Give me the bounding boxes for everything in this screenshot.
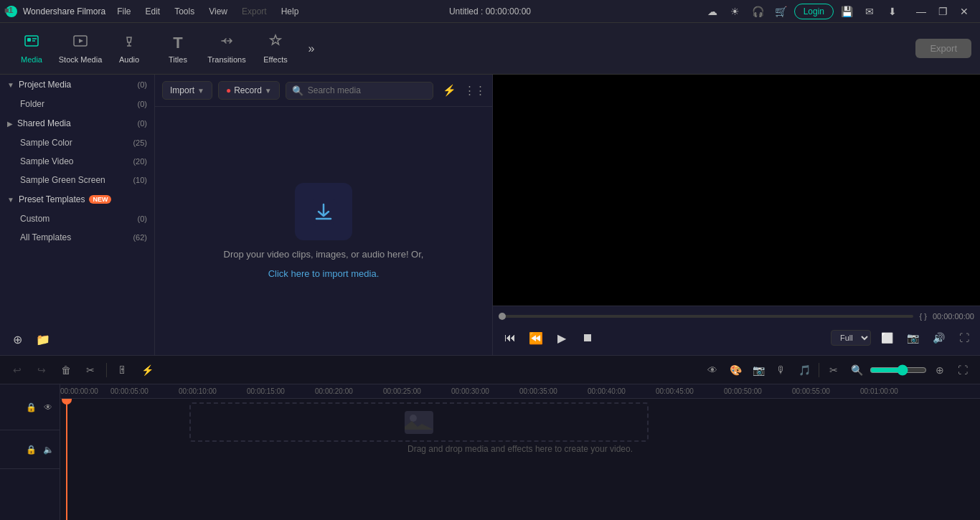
close-button[interactable]: ✕	[954, 1, 974, 22]
media-panel: Import ▼ ● Record ▼ 🔍 ⚡ ⋮⋮	[155, 75, 492, 355]
cursor-head	[62, 399, 72, 405]
scrubber-bar[interactable]	[499, 315, 913, 318]
app-name: Wondershare Filmora	[23, 6, 105, 16]
sidebar-bottom-buttons: ⊕ 📁	[0, 323, 155, 355]
cloud-icon[interactable]: ☁	[702, 1, 722, 22]
zoom-slider[interactable]	[870, 364, 927, 376]
sidebar-item-folder[interactable]: Folder (0)	[0, 95, 154, 113]
add-folder-button[interactable]: ⊕	[7, 329, 27, 349]
save-icon[interactable]: 💾	[837, 1, 857, 22]
stop-button[interactable]: ⏹	[576, 326, 599, 349]
music-button[interactable]: 🎵	[794, 360, 814, 380]
quality-select[interactable]: Full 1/2 1/4	[831, 330, 871, 346]
custom-count: (0)	[138, 214, 147, 223]
play-button[interactable]: ▶	[550, 326, 573, 349]
track-lock-2[interactable]: 🔒	[24, 443, 38, 457]
skip-back-button[interactable]: ⏮	[499, 326, 522, 349]
custom-label: Custom	[20, 214, 50, 224]
sample-video-label: Sample Video	[20, 156, 74, 166]
export-button[interactable]: Export	[915, 39, 971, 58]
zoom-out-button[interactable]: 🔍	[847, 360, 867, 380]
color-correction-button[interactable]: 🎨	[725, 360, 745, 380]
ruler-mark-30: 00:00:30:00	[451, 387, 489, 395]
tc-brackets-open: { }	[919, 312, 926, 321]
menu-export[interactable]: Export	[236, 5, 273, 18]
timecode-display: 00:00:00:00	[933, 312, 974, 321]
sidebar-item-all-templates[interactable]: All Templates (62)	[0, 228, 154, 247]
sidebar-project-media[interactable]: ▼ Project Media (0)	[0, 75, 154, 95]
sidebar-preset-templates[interactable]: ▼ Preset Templates NEW	[0, 189, 154, 209]
fullscreen-button[interactable]: ⛶	[954, 328, 974, 348]
cart-icon[interactable]: 🛒	[771, 1, 791, 22]
main-toolbar: Media Stock Media Audio T Titles	[0, 23, 980, 75]
headset-icon[interactable]: 🎧	[748, 1, 768, 22]
menu-file[interactable]: File	[111, 5, 136, 18]
scrubber-handle	[499, 313, 506, 320]
more-tools-button[interactable]: »	[301, 39, 321, 59]
toolbar-effects[interactable]: Effects	[253, 27, 298, 70]
chevron-down-icon: ▼	[7, 81, 14, 89]
delete-button[interactable]: 🗑	[56, 360, 76, 380]
folder-open-button[interactable]: 📁	[33, 329, 53, 349]
toolbar-audio[interactable]: Audio	[106, 27, 152, 70]
filter-button[interactable]: ⚡	[439, 80, 459, 100]
minimize-button[interactable]: —	[911, 1, 931, 22]
split-audio-button[interactable]: ⚡	[137, 360, 157, 380]
import-link[interactable]: Click here to import media.	[268, 268, 380, 279]
menu-view[interactable]: View	[203, 5, 233, 18]
zoom-in-button[interactable]: ⊕	[930, 360, 950, 380]
svg-rect-0	[25, 36, 38, 46]
preview-panel: { } 00:00:00:00 ⏮ ⏪ ▶ ⏹ Full 1/2 1/4 ⬜	[492, 75, 980, 355]
sun-icon[interactable]: ☀	[725, 1, 745, 22]
undo-button[interactable]: ↩	[7, 360, 27, 380]
import-button[interactable]: Import ▼	[162, 81, 212, 100]
menu-edit[interactable]: Edit	[140, 5, 166, 18]
toolbar-titles[interactable]: T Titles	[155, 27, 201, 70]
login-button[interactable]: Login	[794, 4, 834, 19]
all-templates-label: All Templates	[20, 232, 71, 242]
volume-button[interactable]: 🔊	[928, 328, 948, 348]
fullscreen-timeline-button[interactable]: ⛶	[953, 360, 973, 380]
track-visible-1[interactable]: 👁	[41, 400, 55, 415]
sidebar-item-custom[interactable]: Custom (0)	[0, 209, 154, 228]
ruler-mark-15: 00:00:15:00	[247, 387, 285, 395]
grid-view-button[interactable]: ⋮⋮	[465, 80, 485, 100]
redo-button[interactable]: ↪	[32, 360, 52, 380]
track-headers: ■1 🔒 👁 ♪1 🔒 🔈	[0, 384, 60, 520]
project-media-label: Project Media	[19, 80, 71, 90]
timeline-cursor[interactable]	[66, 399, 67, 520]
ruler-mark-45: 00:00:45:00	[656, 387, 694, 395]
mail-icon[interactable]: ✉	[859, 1, 880, 22]
download-icon[interactable]: ⬇	[882, 1, 903, 22]
sidebar-item-sample-green-screen[interactable]: Sample Green Screen (10)	[0, 171, 154, 189]
timeline: ↩ ↪ 🗑 ✂ 🎚 ⚡ 👁 🎨 📷 🎙 🎵 ✂ 🔍 ⊕ ⛶ ■1 🔒 👁	[0, 355, 980, 520]
screen-size-button[interactable]: ⬜	[877, 328, 897, 348]
toolbar-transitions[interactable]: Transitions	[204, 27, 250, 70]
sidebar-item-sample-color[interactable]: Sample Color (25)	[0, 133, 154, 152]
record-button[interactable]: ● Record ▼	[218, 81, 280, 100]
crop-button[interactable]: ✂	[824, 360, 844, 380]
toolbar-stock-media[interactable]: Stock Media	[57, 27, 103, 70]
toolbar-media[interactable]: Media	[9, 27, 55, 70]
audio-adjust-button[interactable]: 🎚	[113, 360, 133, 380]
screenshot-button[interactable]: 📷	[903, 328, 923, 348]
ruler-mark-50: 00:00:50:00	[724, 387, 762, 395]
scene-detect-button[interactable]: 👁	[702, 360, 722, 380]
track-lock-1[interactable]: 🔒	[24, 400, 38, 415]
sidebar-shared-media[interactable]: ▶ Shared Media (0)	[0, 113, 154, 133]
sidebar-item-sample-video[interactable]: Sample Video (20)	[0, 152, 154, 171]
search-input[interactable]	[308, 85, 427, 95]
mic-button[interactable]: 🎙	[771, 360, 791, 380]
import-icon[interactable]	[295, 183, 352, 240]
menu-help[interactable]: Help	[275, 5, 305, 18]
ruler-mark-25: 00:00:25:00	[383, 387, 421, 395]
cut-button[interactable]: ✂	[80, 360, 100, 380]
ruler-mark-5: 00:00:05:00	[110, 387, 149, 395]
preview-controls: { } 00:00:00:00 ⏮ ⏪ ▶ ⏹ Full 1/2 1/4 ⬜	[493, 306, 980, 355]
titlebar-menus: File Edit Tools View Export Help	[111, 5, 304, 18]
maximize-button[interactable]: ❐	[933, 1, 953, 22]
frame-back-button[interactable]: ⏪	[524, 326, 547, 349]
track-visible-2[interactable]: 🔈	[41, 443, 55, 457]
camera-button[interactable]: 📷	[748, 360, 768, 380]
menu-tools[interactable]: Tools	[169, 5, 200, 18]
